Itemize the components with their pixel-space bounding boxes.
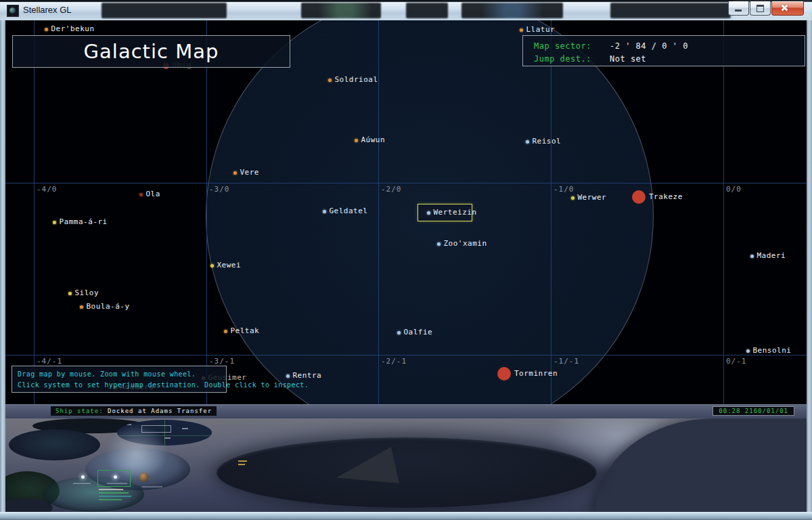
scene-info-text xyxy=(99,489,123,490)
sector-label: -1/0 xyxy=(554,185,574,194)
star-system-label: Boula-á-y xyxy=(87,302,130,311)
statusbar: Ship state: Docked at Adams Transfer 00:… xyxy=(5,404,807,418)
window-border xyxy=(807,20,812,512)
star-system-label: Pamma-á-ri xyxy=(60,217,108,226)
help-box: Drag map by mouse. Zoom with mouse wheel… xyxy=(12,366,227,393)
titlebar[interactable]: Stellarex GL xyxy=(0,0,812,20)
galactic-map-viewport[interactable]: -4/0-3/0-2/0-1/00/0-4/-1-3/-1-2/-1-1/-10… xyxy=(5,20,807,404)
star-dot xyxy=(45,28,48,31)
grid-line-vertical xyxy=(551,20,551,404)
sector-label: -2/0 xyxy=(381,185,402,194)
star-dot xyxy=(53,221,56,224)
map-sector-value: -2 ' 84 / 0 ' 0 xyxy=(610,41,688,51)
grid-line-vertical xyxy=(206,20,207,404)
help-line-1: Drag map by mouse. Zoom with mouse wheel… xyxy=(18,369,221,380)
sector-label: 0/0 xyxy=(726,185,742,194)
star-dot xyxy=(746,349,750,353)
star-dot xyxy=(210,264,214,267)
map-info-box: Map sector: -2 ' 84 / 0 ' 0 Jump dest.: … xyxy=(522,35,805,66)
star-system-label: Torminren xyxy=(514,369,558,378)
grid-line-horizontal xyxy=(5,355,807,355)
star-dot xyxy=(328,79,332,82)
star-system-label: Geldatel xyxy=(330,207,368,215)
star-dot xyxy=(139,193,143,196)
star-system-label: Siloy xyxy=(75,288,99,297)
ship-state-readout: Ship state: Docked at Adams Transfer xyxy=(51,406,217,416)
star-dot xyxy=(68,292,72,295)
window-title: Stellarex GL xyxy=(23,5,72,15)
close-button[interactable] xyxy=(771,1,804,16)
sector-label: -3/0 xyxy=(209,185,230,194)
grid-line-horizontal xyxy=(5,183,807,183)
console-screen xyxy=(9,429,100,460)
map-sector-label: Map sector: xyxy=(534,41,610,51)
sector-label: 0/-1 xyxy=(726,357,747,366)
star-dot xyxy=(437,242,441,246)
scene-star xyxy=(81,475,85,479)
holo-table xyxy=(217,437,597,508)
sector-label: -4/-1 xyxy=(37,357,62,366)
maximize-button[interactable] xyxy=(750,1,771,16)
star-dot xyxy=(323,210,326,213)
minimize-icon xyxy=(735,9,742,12)
window-border xyxy=(0,512,812,520)
jump-dest-value: Not set xyxy=(610,54,646,64)
titlebar-glass-reflection xyxy=(102,3,227,18)
star-system-label: Reisol xyxy=(533,137,562,146)
maximize-icon xyxy=(757,5,764,12)
scene-contact-tag xyxy=(238,460,247,462)
star-system-label: Werwer xyxy=(578,193,607,202)
cockpit-scene xyxy=(5,418,807,512)
star-dot xyxy=(286,374,290,378)
star-system-label: Aúwun xyxy=(361,135,386,144)
scene-shadow-region xyxy=(595,418,807,512)
star-system-label: Rentra xyxy=(293,371,322,380)
app-window: Stellarex GL -4/0-3/0-2/0-1/00/0-4/-1-3/… xyxy=(0,0,812,520)
sector-label: -2/-1 xyxy=(381,357,407,366)
titlebar-glass-reflection xyxy=(301,3,381,18)
scene-info-text xyxy=(99,496,131,497)
scene-star-tag xyxy=(73,483,91,484)
star-system-label: Vere xyxy=(240,168,260,177)
titlebar-glass-reflection xyxy=(610,3,731,18)
star-system-label: Werteizin xyxy=(434,208,477,217)
app-icon[interactable] xyxy=(7,5,19,17)
scene-star-tag xyxy=(142,486,162,488)
star-dot xyxy=(397,331,401,334)
scene-selection-rect xyxy=(97,470,131,487)
star-system-label: Bensolni xyxy=(753,346,792,355)
star-system-label: Oalfie xyxy=(404,328,433,337)
scene-info-text xyxy=(99,492,129,494)
star-system-label: Xewei xyxy=(217,261,242,269)
jump-dest-label: Jump dest.: xyxy=(534,54,610,64)
star-dot xyxy=(526,140,529,144)
minimize-button[interactable] xyxy=(728,1,749,16)
star-dot xyxy=(497,367,511,381)
ship-state-label: Ship state: xyxy=(55,408,104,414)
nebula-wisp xyxy=(107,427,166,477)
map-title-box: Galactic Map xyxy=(12,35,290,68)
ship-state-value: Docked at Adams Transfer xyxy=(108,408,212,414)
scene-planet xyxy=(139,473,149,482)
star-system-label: Peltak xyxy=(231,326,260,335)
titlebar-glass-reflection xyxy=(461,3,563,18)
star-system-label: Trakeze xyxy=(649,192,683,201)
star-dot xyxy=(224,330,227,333)
star-system-label: Maderi xyxy=(757,251,786,260)
star-system-label: Zoo'xamin xyxy=(444,239,487,248)
help-line-2: Click system to set hyperjump destinatio… xyxy=(18,380,221,391)
sector-label: -1/-1 xyxy=(554,357,579,366)
star-dot xyxy=(571,196,574,200)
window-border xyxy=(0,20,5,512)
grid-line-vertical xyxy=(378,20,379,404)
star-dot xyxy=(233,171,237,175)
window-controls xyxy=(727,1,804,16)
star-dot xyxy=(632,190,646,204)
star-dot xyxy=(520,28,523,32)
map-title: Galactic Map xyxy=(84,40,219,63)
titlebar-glass-reflection xyxy=(406,3,448,18)
scene-info-text xyxy=(99,499,122,500)
star-system-label: Soldrioal xyxy=(335,75,378,84)
scene-contact-tag xyxy=(238,464,245,465)
star-dot xyxy=(427,211,430,215)
